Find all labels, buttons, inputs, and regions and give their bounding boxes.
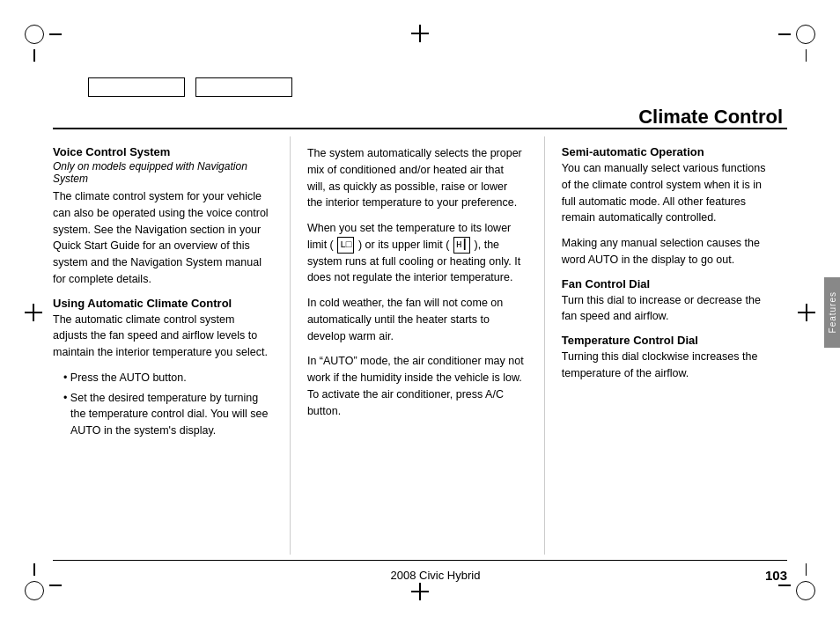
fan-control-heading: Fan Control Dial bbox=[562, 277, 768, 290]
footer: 2008 Civic Hybrid 103 bbox=[53, 560, 787, 583]
content-area: Voice Control System Only on models equi… bbox=[53, 136, 787, 555]
col2-para4: In “AUTO” mode, the air conditioner may … bbox=[307, 353, 524, 419]
manual-selection-body: Making any manual selection causes the w… bbox=[562, 235, 768, 268]
semi-auto-heading: Semi-automatic Operation bbox=[562, 145, 768, 158]
hi-symbol: H┃ bbox=[453, 237, 470, 254]
column-2: The system automatically selects the pro… bbox=[295, 136, 540, 555]
crosshair-top bbox=[411, 25, 429, 42]
col2-para2: When you set the temperature to its lowe… bbox=[307, 220, 524, 286]
temp-control-heading: Temperature Control Dial bbox=[562, 334, 768, 347]
corner-mark-top-left bbox=[25, 25, 49, 49]
corner-mark-bottom-left bbox=[25, 576, 49, 600]
page-title: Climate Control bbox=[638, 106, 783, 129]
auto-climate-bullets: Press the AUTO button. Set the desired t… bbox=[63, 370, 269, 439]
column-1: Voice Control System Only on models equi… bbox=[53, 136, 285, 555]
tab-2[interactable] bbox=[195, 77, 292, 97]
side-tab: Features bbox=[824, 277, 840, 348]
corner-mark-bottom-right bbox=[791, 576, 815, 600]
lo-symbol: L□ bbox=[337, 237, 354, 254]
semi-auto-body: You can manually select various function… bbox=[562, 160, 768, 226]
column-3: Semi-automatic Operation You can manuall… bbox=[549, 136, 787, 555]
col2-para1: The system automatically selects the pro… bbox=[307, 145, 524, 211]
footer-page-number: 103 bbox=[765, 568, 787, 583]
bullet-2: Set the desired temperature by turning t… bbox=[63, 390, 269, 439]
fan-control-body: Turn this dial to increase or decrease t… bbox=[562, 292, 768, 326]
voice-control-heading: Voice Control System bbox=[53, 145, 269, 158]
auto-climate-heading: Using Automatic Climate Control bbox=[53, 297, 269, 310]
temp-control-body: Turning this dial clockwise increases th… bbox=[562, 349, 768, 382]
voice-control-italic: Only on models equipped with Navigation … bbox=[53, 160, 269, 185]
footer-title: 2008 Civic Hybrid bbox=[106, 569, 765, 582]
header-rule bbox=[53, 128, 787, 129]
tab-1[interactable] bbox=[88, 77, 185, 97]
page: Climate Control Features Voice Control S… bbox=[0, 0, 840, 625]
corner-mark-top-right bbox=[791, 25, 815, 49]
side-tab-label: Features bbox=[828, 291, 837, 333]
bullet-1: Press the AUTO button. bbox=[63, 370, 269, 386]
auto-climate-body: The automatic climate control system adj… bbox=[53, 312, 269, 361]
top-tabs bbox=[88, 77, 292, 97]
voice-control-body: The climate control system for your vehi… bbox=[53, 188, 269, 288]
col2-para3: In cold weather, the fan will not come o… bbox=[307, 295, 524, 344]
divider-2 bbox=[544, 136, 545, 555]
crosshair-left bbox=[25, 304, 42, 321]
divider-1 bbox=[290, 136, 291, 555]
crosshair-right bbox=[798, 304, 815, 321]
crosshair-bottom bbox=[411, 583, 429, 600]
